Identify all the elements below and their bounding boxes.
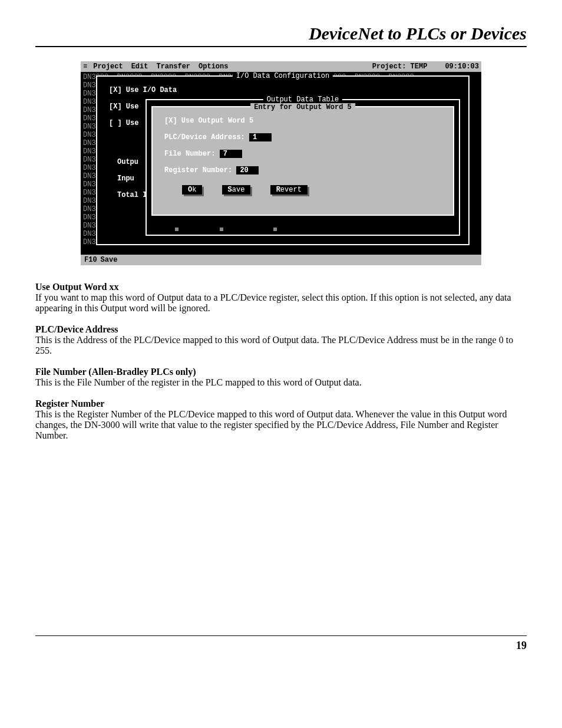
section-register-number: Register Number This is the Register Num… [35, 398, 527, 441]
use-io-data-checkbox[interactable]: [X] Use I/O Data [109, 86, 177, 94]
register-number-input[interactable]: 20 [236, 166, 259, 174]
plc-address-row: PLC/Device Address: 1 [164, 133, 272, 141]
body-text: This is the Register Number of the PLC/D… [35, 409, 527, 441]
entry-output-word-title: Entry for Output Word 5 [250, 103, 355, 111]
tui-screenshot: ≡ Project Edit Transfer Options Project:… [81, 61, 481, 265]
help-bar: F10 Save [81, 255, 481, 265]
revert-button[interactable]: Revert [270, 185, 308, 195]
register-number-row: Register Number: 20 [164, 166, 259, 174]
clock: 09:10:03 [445, 62, 479, 71]
io-data-config-title: I/O Data Configuration [233, 72, 333, 80]
section-file-number: File Number (Allen-Bradley PLCs only) Th… [35, 367, 527, 388]
page-title: DeviceNet to PLCs or Devices [35, 24, 527, 47]
system-menu-icon[interactable]: ≡ [83, 62, 87, 71]
body-text: If you want to map this word of Output d… [35, 292, 527, 314]
register-number-label: Register Number: [164, 166, 232, 174]
heading: Use Output Word xx [35, 282, 527, 292]
use-checkbox-2[interactable]: [X] Use [109, 103, 138, 111]
save-button[interactable]: Save [222, 185, 251, 195]
plc-address-input[interactable]: 1 [249, 133, 272, 141]
body-text: This is the File Number of the register … [35, 377, 527, 388]
tui-menubar: ≡ Project Edit Transfer Options Project:… [81, 61, 481, 72]
heading: File Number (Allen-Bradley PLCs only) [35, 367, 527, 377]
help-key-f10[interactable]: F10 [84, 256, 97, 264]
ok-button[interactable]: OOkk [182, 185, 202, 195]
label-outpu: Outpu [117, 158, 138, 166]
file-number-input[interactable]: 7 [220, 150, 242, 158]
file-number-label: File Number: [164, 150, 215, 158]
entry-output-word-frame: Entry for Output Word 5 [X] Use Output W… [151, 106, 454, 216]
label-inpu: Inpu [117, 174, 134, 183]
section-plc-device-address: PLC/Device Address This is the Address o… [35, 324, 527, 356]
revert-button-outer[interactable]: Revert [246, 223, 271, 231]
use-output-word-checkbox[interactable]: [X] Use Output Word 5 [164, 117, 253, 125]
ok-button-outer[interactable]: Ok [164, 223, 173, 231]
body-text: This is the Address of the PLC/Device ma… [35, 335, 527, 356]
help-label-save: Save [101, 256, 118, 264]
use-checkbox-3[interactable]: [ ] Use [109, 119, 138, 127]
heading: PLC/Device Address [35, 324, 527, 335]
save-button-outer[interactable]: Save [201, 223, 218, 231]
project-indicator: Project: TEMP [372, 62, 428, 71]
menu-project[interactable]: Project [93, 62, 123, 71]
plc-address-label: PLC/Device Address: [164, 133, 245, 141]
heading: Register Number [35, 398, 527, 409]
section-use-output-word: Use Output Word xx If you want to map th… [35, 282, 527, 314]
file-number-row: File Number: 7 [164, 150, 242, 158]
page-number: 19 [35, 635, 527, 652]
inner-buttons-row: OOkk Save Revert [182, 185, 323, 195]
menu-transfer[interactable]: Transfer [156, 62, 190, 71]
menu-edit[interactable]: Edit [131, 62, 148, 71]
menu-options[interactable]: Options [199, 62, 228, 71]
outer-buttons-row: Ok Save Revert [164, 223, 295, 231]
output-data-table-title: Output Data Table [263, 95, 342, 104]
